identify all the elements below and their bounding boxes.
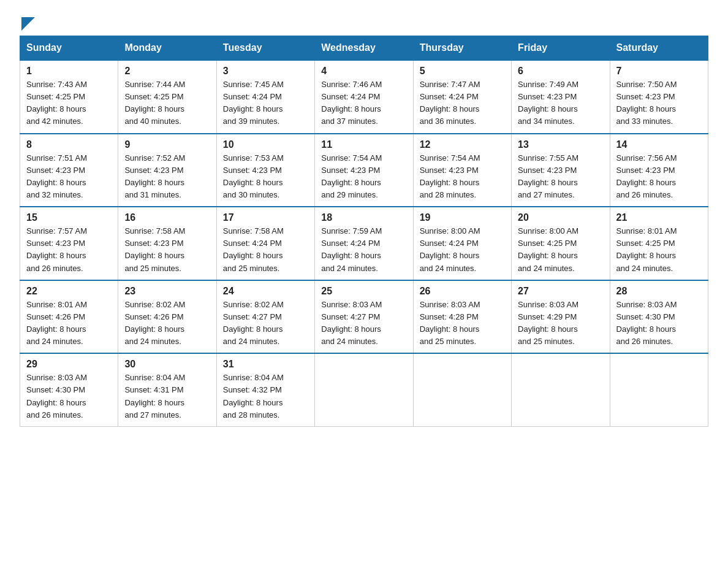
calendar-cell: 23Sunrise: 8:02 AMSunset: 4:26 PMDayligh… <box>118 280 216 354</box>
day-number: 29 <box>26 359 112 370</box>
day-number: 2 <box>124 66 210 77</box>
day-info: Sunrise: 7:43 AMSunset: 4:25 PMDaylight:… <box>26 79 112 128</box>
calendar-cell: 3Sunrise: 7:45 AMSunset: 4:24 PMDaylight… <box>216 60 314 134</box>
day-number: 25 <box>321 286 406 297</box>
calendar-cell: 1Sunrise: 7:43 AMSunset: 4:25 PMDaylight… <box>20 60 118 134</box>
day-info: Sunrise: 8:01 AMSunset: 4:25 PMDaylight:… <box>616 225 702 275</box>
calendar-cell: 4Sunrise: 7:46 AMSunset: 4:24 PMDaylight… <box>315 60 413 134</box>
day-info: Sunrise: 8:01 AMSunset: 4:26 PMDaylight:… <box>26 299 112 348</box>
calendar-cell: 11Sunrise: 7:54 AMSunset: 4:23 PMDayligh… <box>315 134 413 207</box>
day-number: 14 <box>616 139 702 150</box>
calendar-cell <box>315 353 413 426</box>
day-number: 12 <box>420 139 505 150</box>
svg-marker-0 <box>21 17 35 31</box>
day-info: Sunrise: 7:55 AMSunset: 4:23 PMDaylight:… <box>518 152 603 202</box>
day-info: Sunrise: 7:45 AMSunset: 4:24 PMDaylight:… <box>223 79 308 128</box>
calendar-cell: 13Sunrise: 7:55 AMSunset: 4:23 PMDayligh… <box>512 134 610 207</box>
day-info: Sunrise: 7:50 AMSunset: 4:23 PMDaylight:… <box>616 79 702 128</box>
calendar-cell: 14Sunrise: 7:56 AMSunset: 4:23 PMDayligh… <box>610 134 708 207</box>
calendar-cell: 20Sunrise: 8:00 AMSunset: 4:25 PMDayligh… <box>512 207 610 280</box>
weekday-header-thursday: Thursday <box>413 36 511 61</box>
day-info: Sunrise: 7:54 AMSunset: 4:23 PMDaylight:… <box>420 152 505 202</box>
day-info: Sunrise: 7:47 AMSunset: 4:24 PMDaylight:… <box>420 79 505 128</box>
calendar-cell: 16Sunrise: 7:58 AMSunset: 4:23 PMDayligh… <box>118 207 216 280</box>
calendar-cell: 15Sunrise: 7:57 AMSunset: 4:23 PMDayligh… <box>20 207 118 280</box>
week-row-2: 8Sunrise: 7:51 AMSunset: 4:23 PMDaylight… <box>20 134 708 207</box>
day-number: 13 <box>518 139 603 150</box>
day-number: 11 <box>321 139 406 150</box>
calendar-cell <box>610 353 708 426</box>
calendar-cell: 8Sunrise: 7:51 AMSunset: 4:23 PMDaylight… <box>20 134 118 207</box>
weekday-header-friday: Friday <box>512 36 610 61</box>
day-number: 15 <box>26 212 112 223</box>
day-number: 16 <box>124 212 210 223</box>
calendar-cell: 26Sunrise: 8:03 AMSunset: 4:28 PMDayligh… <box>413 280 511 354</box>
day-info: Sunrise: 8:00 AMSunset: 4:25 PMDaylight:… <box>518 225 603 275</box>
logo-arrow-icon <box>21 17 35 31</box>
day-number: 9 <box>124 139 210 150</box>
day-info: Sunrise: 8:02 AMSunset: 4:26 PMDaylight:… <box>124 299 210 348</box>
day-number: 6 <box>518 66 603 77</box>
day-info: Sunrise: 8:03 AMSunset: 4:29 PMDaylight:… <box>518 299 603 348</box>
day-number: 4 <box>321 66 406 77</box>
day-number: 8 <box>26 139 112 150</box>
calendar-cell: 21Sunrise: 8:01 AMSunset: 4:25 PMDayligh… <box>610 207 708 280</box>
day-info: Sunrise: 7:51 AMSunset: 4:23 PMDaylight:… <box>26 152 112 202</box>
day-info: Sunrise: 7:53 AMSunset: 4:23 PMDaylight:… <box>223 152 308 202</box>
day-number: 27 <box>518 286 603 297</box>
calendar-cell: 22Sunrise: 8:01 AMSunset: 4:26 PMDayligh… <box>20 280 118 354</box>
day-number: 23 <box>124 286 210 297</box>
day-info: Sunrise: 7:46 AMSunset: 4:24 PMDaylight:… <box>321 79 406 128</box>
day-info: Sunrise: 8:03 AMSunset: 4:30 PMDaylight:… <box>616 299 702 348</box>
day-number: 5 <box>420 66 505 77</box>
day-info: Sunrise: 8:04 AMSunset: 4:31 PMDaylight:… <box>124 372 210 421</box>
day-info: Sunrise: 7:58 AMSunset: 4:23 PMDaylight:… <box>124 225 210 275</box>
day-info: Sunrise: 7:59 AMSunset: 4:24 PMDaylight:… <box>321 225 406 275</box>
day-number: 22 <box>26 286 112 297</box>
day-number: 1 <box>26 66 112 77</box>
day-number: 7 <box>616 66 702 77</box>
calendar-cell: 30Sunrise: 8:04 AMSunset: 4:31 PMDayligh… <box>118 353 216 426</box>
day-info: Sunrise: 8:03 AMSunset: 4:30 PMDaylight:… <box>26 372 112 421</box>
calendar-cell: 28Sunrise: 8:03 AMSunset: 4:30 PMDayligh… <box>610 280 708 354</box>
calendar-cell: 24Sunrise: 8:02 AMSunset: 4:27 PMDayligh… <box>216 280 314 354</box>
day-number: 21 <box>616 212 702 223</box>
day-info: Sunrise: 8:04 AMSunset: 4:32 PMDaylight:… <box>223 372 308 421</box>
calendar-cell: 6Sunrise: 7:49 AMSunset: 4:23 PMDaylight… <box>512 60 610 134</box>
calendar-cell: 2Sunrise: 7:44 AMSunset: 4:25 PMDaylight… <box>118 60 216 134</box>
weekday-header-tuesday: Tuesday <box>216 36 314 61</box>
calendar-cell: 29Sunrise: 8:03 AMSunset: 4:30 PMDayligh… <box>20 353 118 426</box>
week-row-3: 15Sunrise: 7:57 AMSunset: 4:23 PMDayligh… <box>20 207 708 280</box>
day-info: Sunrise: 7:44 AMSunset: 4:25 PMDaylight:… <box>124 79 210 128</box>
weekday-header-sunday: Sunday <box>20 36 118 61</box>
week-row-5: 29Sunrise: 8:03 AMSunset: 4:30 PMDayligh… <box>20 353 708 426</box>
week-row-1: 1Sunrise: 7:43 AMSunset: 4:25 PMDaylight… <box>20 60 708 134</box>
day-number: 26 <box>420 286 505 297</box>
calendar-cell: 25Sunrise: 8:03 AMSunset: 4:27 PMDayligh… <box>315 280 413 354</box>
day-number: 18 <box>321 212 406 223</box>
calendar-cell: 9Sunrise: 7:52 AMSunset: 4:23 PMDaylight… <box>118 134 216 207</box>
calendar-cell: 7Sunrise: 7:50 AMSunset: 4:23 PMDaylight… <box>610 60 708 134</box>
day-number: 28 <box>616 286 702 297</box>
calendar-cell: 27Sunrise: 8:03 AMSunset: 4:29 PMDayligh… <box>512 280 610 354</box>
day-number: 30 <box>124 359 210 370</box>
logo <box>20 15 35 28</box>
day-info: Sunrise: 8:02 AMSunset: 4:27 PMDaylight:… <box>223 299 308 348</box>
day-number: 10 <box>223 139 308 150</box>
weekday-header-row: SundayMondayTuesdayWednesdayThursdayFrid… <box>20 36 708 61</box>
week-row-4: 22Sunrise: 8:01 AMSunset: 4:26 PMDayligh… <box>20 280 708 354</box>
calendar-cell: 18Sunrise: 7:59 AMSunset: 4:24 PMDayligh… <box>315 207 413 280</box>
calendar-cell <box>413 353 511 426</box>
day-info: Sunrise: 8:03 AMSunset: 4:28 PMDaylight:… <box>420 299 505 348</box>
calendar-cell: 5Sunrise: 7:47 AMSunset: 4:24 PMDaylight… <box>413 60 511 134</box>
day-number: 3 <box>223 66 308 77</box>
calendar-cell: 12Sunrise: 7:54 AMSunset: 4:23 PMDayligh… <box>413 134 511 207</box>
weekday-header-monday: Monday <box>118 36 216 61</box>
day-info: Sunrise: 7:56 AMSunset: 4:23 PMDaylight:… <box>616 152 702 202</box>
day-info: Sunrise: 8:00 AMSunset: 4:24 PMDaylight:… <box>420 225 505 275</box>
day-info: Sunrise: 8:03 AMSunset: 4:27 PMDaylight:… <box>321 299 406 348</box>
page-header <box>20 15 708 28</box>
day-number: 31 <box>223 359 308 370</box>
calendar-cell: 10Sunrise: 7:53 AMSunset: 4:23 PMDayligh… <box>216 134 314 207</box>
calendar-table: SundayMondayTuesdayWednesdayThursdayFrid… <box>20 36 708 427</box>
